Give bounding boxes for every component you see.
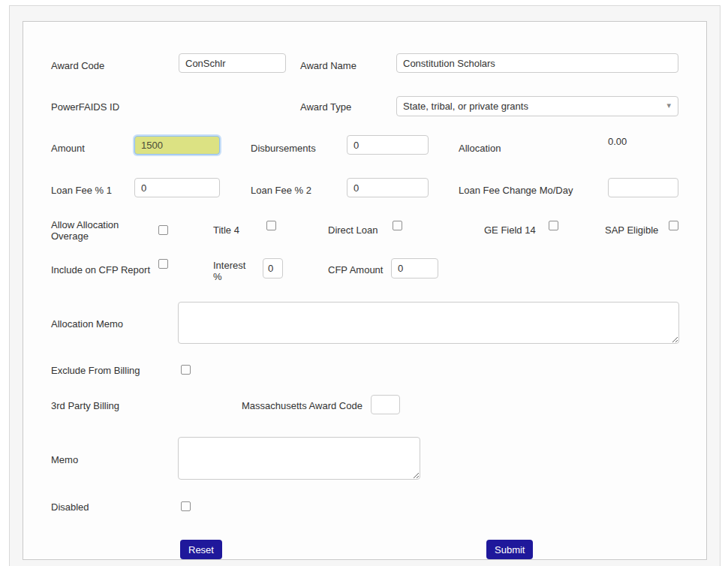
cfp-amount-input[interactable]: [391, 258, 438, 278]
award-code-input[interactable]: [179, 53, 286, 73]
allow-allocation-overage-label: Allow Allocation Overage: [51, 219, 135, 242]
award-name-input[interactable]: [396, 53, 678, 73]
allow-allocation-overage-checkbox[interactable]: [158, 225, 168, 235]
title-4-checkbox[interactable]: [266, 221, 276, 230]
award-type-selected-value: State, tribal, or private grants: [403, 101, 528, 112]
memo-textarea[interactable]: [178, 437, 420, 480]
include-cfp-report-label: Include on CFP Report: [51, 264, 150, 275]
reset-button[interactable]: Reset: [180, 540, 222, 559]
allocation-memo-textarea[interactable]: [178, 302, 679, 344]
award-code-label: Award Code: [51, 60, 104, 71]
massachusetts-award-code-label: Massachusetts Award Code: [242, 400, 362, 411]
chevron-down-icon: ▾: [666, 101, 671, 110]
interest-pct-label: Interest %: [213, 260, 254, 282]
interest-pct-input[interactable]: [263, 258, 283, 278]
loan-fee-change-input[interactable]: [608, 178, 678, 197]
disabled-checkbox[interactable]: [181, 501, 191, 511]
direct-loan-label: Direct Loan: [328, 224, 378, 236]
direct-loan-checkbox[interactable]: [393, 221, 402, 230]
loan-fee-change-label: Loan Fee Change Mo/Day: [459, 185, 573, 196]
disabled-label: Disabled: [51, 501, 89, 513]
include-cfp-report-checkbox[interactable]: [158, 259, 168, 269]
massachusetts-award-code-input[interactable]: [371, 395, 400, 414]
ge-field-14-checkbox[interactable]: [549, 221, 558, 230]
submit-button[interactable]: Submit: [486, 540, 533, 559]
cfp-amount-label: CFP Amount: [328, 264, 383, 275]
sap-eligible-label: SAP Eligible: [605, 224, 658, 236]
loan-fee-2-input[interactable]: [347, 178, 429, 197]
disbursements-label: Disbursements: [251, 143, 316, 154]
third-party-billing-label: 3rd Party Billing: [51, 400, 119, 411]
allocation-value: 0.00: [608, 136, 627, 147]
allocation-memo-label: Allocation Memo: [51, 318, 123, 330]
sap-eligible-checkbox[interactable]: [669, 221, 678, 230]
memo-label: Memo: [51, 454, 78, 465]
title-4-label: Title 4: [213, 224, 239, 236]
allocation-label: Allocation: [459, 143, 501, 154]
exclude-from-billing-checkbox[interactable]: [181, 365, 191, 375]
loan-fee-1-input[interactable]: [134, 178, 220, 197]
amount-input[interactable]: [134, 136, 220, 155]
loan-fee-1-label: Loan Fee % 1: [51, 185, 112, 196]
powerfaids-id-label: PowerFAIDS ID: [51, 101, 119, 113]
loan-fee-2-label: Loan Fee % 2: [251, 185, 311, 196]
exclude-from-billing-label: Exclude From Billing: [51, 365, 140, 376]
amount-label: Amount: [51, 143, 85, 154]
ge-field-14-label: GE Field 14: [484, 224, 536, 236]
award-name-label: Award Name: [300, 60, 356, 71]
award-type-label: Award Type: [300, 101, 351, 113]
disbursements-input[interactable]: [347, 135, 429, 155]
award-type-select[interactable]: State, tribal, or private grants ▾: [396, 96, 678, 116]
